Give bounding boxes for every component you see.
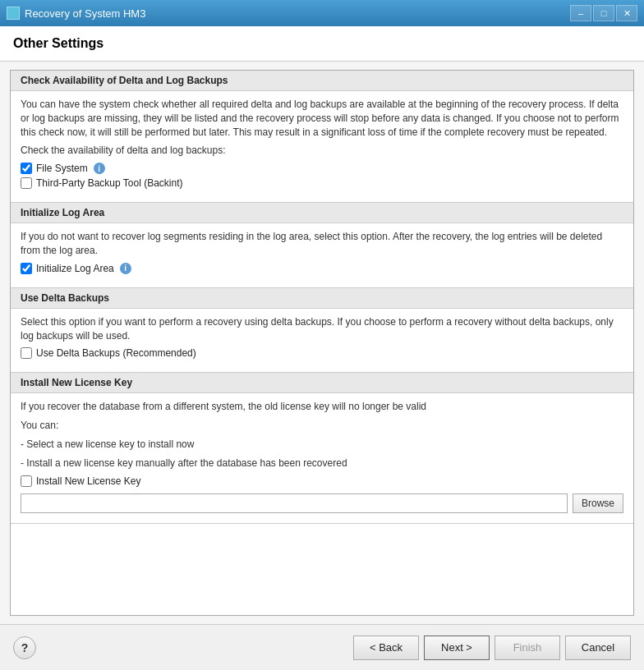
delta-checkbox-row: Use Delta Backups (Recommended) xyxy=(21,347,623,359)
delta-backups-description: Select this option if you want to perfor… xyxy=(21,315,623,343)
delta-log-description: You can have the system check whether al… xyxy=(21,98,623,139)
initlog-checkbox[interactable] xyxy=(21,263,32,274)
cancel-button[interactable]: Cancel xyxy=(565,636,631,660)
browse-row: Browse xyxy=(21,493,623,513)
section-delta-backups: Use Delta Backups Select this option if … xyxy=(11,288,633,374)
title-bar: Recovery of System HM3 – □ ✕ xyxy=(0,0,644,26)
section-body-license-key: If you recover the database from a diffe… xyxy=(11,393,633,522)
window-controls: – □ ✕ xyxy=(570,5,637,21)
help-button[interactable]: ? xyxy=(13,636,36,659)
delta-log-sublabel: Check the availability of delta and log … xyxy=(21,144,623,158)
license-line-3: - Select a new license key to install no… xyxy=(21,438,623,452)
section-license-key: Install New License Key If you recover t… xyxy=(11,373,633,523)
license-line-1: If you recover the database from a diffe… xyxy=(21,400,623,414)
finish-button[interactable]: Finish xyxy=(494,636,560,660)
initlog-checkbox-row: Initialize Log Area i xyxy=(21,263,623,274)
page-header: Other Settings xyxy=(0,26,644,62)
section-body-init-log: If you do not want to recover log segmen… xyxy=(11,223,633,287)
section-header-license-key: Install New License Key xyxy=(11,373,633,393)
license-label[interactable]: Install New License Key xyxy=(36,475,140,487)
init-log-description: If you do not want to recover log segmen… xyxy=(21,230,623,258)
section-body-delta-backups: Select this option if you want to perfor… xyxy=(11,309,633,373)
content-area: Check Availability of Delta and Log Back… xyxy=(0,62,644,624)
section-header-delta-log: Check Availability of Delta and Log Back… xyxy=(11,71,633,91)
license-line-4: - Install a new license key manually aft… xyxy=(21,457,623,470)
footer-right: < Back Next > Finish Cancel xyxy=(353,636,631,660)
back-button[interactable]: < Back xyxy=(353,636,419,660)
filesystem-label[interactable]: File System xyxy=(36,163,88,174)
license-line-2: You can: xyxy=(21,419,623,433)
minimize-button[interactable]: – xyxy=(570,5,591,21)
section-delta-log: Check Availability of Delta and Log Back… xyxy=(11,71,633,203)
filesystem-checkbox-row: File System i xyxy=(21,163,623,174)
initlog-info-icon[interactable]: i xyxy=(120,263,131,274)
page-title: Other Settings xyxy=(13,36,631,51)
thirdparty-label[interactable]: Third-Party Backup Tool (Backint) xyxy=(36,177,183,189)
footer: ? < Back Next > Finish Cancel xyxy=(0,624,644,670)
filesystem-info-icon[interactable]: i xyxy=(94,163,105,174)
close-button[interactable]: ✕ xyxy=(616,5,637,21)
window-title: Recovery of System HM3 xyxy=(25,7,145,20)
app-icon xyxy=(7,7,20,20)
section-init-log: Initialize Log Area If you do not want t… xyxy=(11,203,633,288)
license-key-input[interactable] xyxy=(21,493,568,513)
thirdparty-checkbox[interactable] xyxy=(21,177,32,189)
license-checkbox[interactable] xyxy=(21,475,32,487)
section-header-init-log: Initialize Log Area xyxy=(11,203,633,223)
section-body-delta-log: You can have the system check whether al… xyxy=(11,91,633,202)
thirdparty-checkbox-row: Third-Party Backup Tool (Backint) xyxy=(21,177,623,189)
license-checkbox-row: Install New License Key xyxy=(21,475,623,487)
next-button[interactable]: Next > xyxy=(424,636,490,660)
filesystem-checkbox[interactable] xyxy=(21,163,32,174)
initlog-label[interactable]: Initialize Log Area xyxy=(36,263,114,274)
section-header-delta-backups: Use Delta Backups xyxy=(11,288,633,309)
maximize-button[interactable]: □ xyxy=(593,5,614,21)
window-body: Other Settings Check Availability of Del… xyxy=(0,26,644,670)
browse-button[interactable]: Browse xyxy=(573,493,623,513)
footer-left: ? xyxy=(13,636,36,659)
delta-checkbox[interactable] xyxy=(21,347,32,359)
delta-label[interactable]: Use Delta Backups (Recommended) xyxy=(36,347,196,359)
scroll-panel[interactable]: Check Availability of Delta and Log Back… xyxy=(10,70,634,616)
